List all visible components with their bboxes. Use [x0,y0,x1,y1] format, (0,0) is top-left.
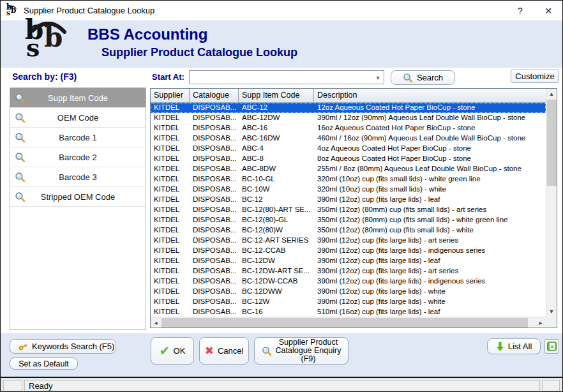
cell-supp-item-code: BC-12(80)W [239,225,314,236]
search-by-option-barcode-2[interactable]: Barcode 2 [10,147,146,167]
title-bar: bbs Supplier Product Catalogue Lookup ? … [1,1,562,20]
column-header-supp-item-code[interactable]: Supp Item Code [239,89,314,102]
cancel-button[interactable]: ✖ Cancel [199,337,249,365]
vertical-scroll-thumb[interactable] [547,100,557,186]
dialog-window: bbs Supplier Product Catalogue Lookup ? … [0,0,563,392]
table-row[interactable]: KITDEL DISPOSAB... BC-10-GL 320ml (10oz)… [151,174,546,185]
search-by-option-supp-item-code[interactable]: Supp Item Code [10,88,146,108]
check-icon: ✔ [160,345,170,357]
cell-supplier: KITDEL [151,287,190,297]
column-header-description[interactable]: Description [314,89,546,102]
ok-button[interactable]: ✔ OK [151,337,194,365]
help-button[interactable]: ? [506,1,534,20]
search-by-option-label: OEM Code [10,113,146,123]
scroll-up-icon[interactable]: ▲ [546,89,557,99]
magnifier-icon [15,172,26,183]
search-by-option-stripped-oem-code[interactable]: Stripped OEM Code [10,187,146,207]
bbs-logo: bbs [24,22,87,66]
table-row[interactable]: KITDEL DISPOSAB... ABC-4 4oz Aqueous Coa… [151,144,546,154]
cell-supplier: KITDEL [151,195,190,205]
search-by-option-barcode-1[interactable]: Barcode 1 [10,128,146,147]
supplier-product-catalogue-enquiry-button[interactable]: Supplier Product Catalogue Enquiry (F9) [254,337,349,365]
cell-catalogue: DISPOSAB... [190,103,239,113]
status-bar: Ready [1,377,562,391]
cell-catalogue: DISPOSAB... [190,164,239,174]
cell-catalogue: DISPOSAB... [190,123,239,133]
close-button[interactable]: ✕ [534,1,562,20]
chevron-down-icon[interactable]: ▾ [372,71,384,84]
table-row[interactable]: KITDEL DISPOSAB... BC-12DW 390ml (12oz) … [151,256,546,266]
cell-catalogue: DISPOSAB... [190,205,239,215]
cell-supp-item-code: BC-10-GL [239,174,314,185]
table-row[interactable]: KITDEL DISPOSAB... BC-12DWW 390ml (12oz)… [151,287,546,297]
cell-catalogue: DISPOSAB... [190,154,239,164]
table-row[interactable]: KITDEL DISPOSAB... ABC-8DW 255ml / 8oz (… [151,164,546,174]
table-row[interactable]: KITDEL DISPOSAB... BC-12(80)W 350ml (12o… [151,225,546,236]
column-header-supplier[interactable]: Supplier [151,89,190,102]
cell-supplier: KITDEL [151,133,190,144]
cell-supplier: KITDEL [151,144,190,154]
cell-catalogue: DISPOSAB... [190,236,239,246]
table-row[interactable]: KITDEL DISPOSAB... BC-12DW-ART SE... 390… [151,266,546,276]
customize-button[interactable]: Customize [511,70,559,83]
cell-supp-item-code: BC-12DW-ART SE... [239,266,314,276]
keywords-search-button[interactable]: Keywords Search (F5) [10,339,116,354]
table-row[interactable]: KITDEL DISPOSAB... ABC-8 8oz Aqueous Coa… [151,154,546,164]
cell-description: 350ml (12oz) (80mm) cup (fits small lids… [314,205,546,215]
search-by-option-barcode-3[interactable]: Barcode 3 [10,167,146,187]
cell-description: 4oz Aqueous Coated Hot Paper BioCup - st… [314,144,546,154]
table-row[interactable]: KITDEL DISPOSAB... BC-12W 390ml (12oz) c… [151,297,546,307]
scroll-right-icon[interactable]: ▸ [536,317,546,328]
table-row[interactable]: KITDEL DISPOSAB... BC-16 510ml (16oz) cu… [151,307,546,317]
column-header-catalogue[interactable]: Catalogue [190,89,239,102]
cell-supp-item-code: ABC-4 [239,144,314,154]
table-row[interactable]: KITDEL DISPOSAB... ABC-16DW 460ml / 16oz… [151,133,546,144]
excel-export-button[interactable]: x [544,339,559,354]
cell-supplier: KITDEL [151,246,190,256]
search-by-option-label: Supp Item Code [10,93,146,103]
table-row[interactable]: KITDEL DISPOSAB... BC-12-CCAB 390ml (12o… [151,246,546,256]
table-row[interactable]: KITDEL DISPOSAB... BC-12(80)-ART SE... 3… [151,205,546,215]
cell-description: 460ml / 16oz (90mm) Aqueous Leaf Double … [314,133,546,144]
cell-description: 350ml (12oz) (80mm) cup (fits small lids… [314,225,546,236]
vertical-scrollbar[interactable]: ▲ ▼ [546,89,557,317]
cell-supplier: KITDEL [151,215,190,225]
cell-supp-item-code: ABC-8 [239,154,314,164]
table-row[interactable]: KITDEL DISPOSAB... ABC-16 16oz Aqueous C… [151,123,546,133]
cell-description: 16oz Aqueous Coated Hot Paper BioCup - s… [314,123,546,133]
start-at-combobox[interactable]: ▾ [189,70,384,84]
scroll-left-icon[interactable]: ◂ [151,317,161,328]
search-by-panel: Supp Item Code OEM Code Barcode 1 Barcod… [10,87,146,330]
cell-catalogue: DISPOSAB... [190,225,239,236]
table-row[interactable]: KITDEL DISPOSAB... ABC-12 12oz Aqueous C… [151,103,546,113]
scroll-down-icon[interactable]: ▼ [546,306,557,317]
cell-supp-item-code: ABC-8DW [239,164,314,174]
cell-supp-item-code: BC-12DWW [239,287,314,297]
cell-supplier: KITDEL [151,164,190,174]
table-row[interactable]: KITDEL DISPOSAB... BC-12-ART SERIES 390m… [151,236,546,246]
cell-supp-item-code: ABC-12 [239,103,314,113]
search-button[interactable]: Search [391,70,455,85]
cell-supplier: KITDEL [151,123,190,133]
set-as-default-button[interactable]: Set as Default [10,358,78,370]
table-row[interactable]: KITDEL DISPOSAB... BC-10W 320ml (10oz) c… [151,185,546,195]
table-row[interactable]: KITDEL DISPOSAB... BC-12 390ml (12oz) cu… [151,195,546,205]
cancel-button-label: Cancel [218,346,243,356]
cell-catalogue: DISPOSAB... [190,144,239,154]
horizontal-scrollbar[interactable]: ◂ ▸ [151,317,546,328]
cell-catalogue: DISPOSAB... [190,195,239,205]
list-all-label: List All [508,342,532,351]
cell-description: 12oz Aqueous Coated Hot Paper BioCup - s… [314,103,546,113]
search-by-option-oem-code[interactable]: OEM Code [10,108,146,128]
app-name: BBS Accounting [87,26,207,43]
table-row[interactable]: KITDEL DISPOSAB... BC-12DW-CCAB 390ml (1… [151,276,546,287]
table-row[interactable]: KITDEL DISPOSAB... ABC-12DW 390ml / 12oz… [151,113,546,123]
start-at-input[interactable] [190,71,372,84]
cell-supp-item-code: ABC-12DW [239,113,314,123]
cell-supplier: KITDEL [151,103,190,113]
table-row[interactable]: KITDEL DISPOSAB... BC-12(80)-GL 350ml (1… [151,215,546,225]
horizontal-scroll-thumb[interactable] [161,318,528,328]
list-all-button[interactable]: List All [487,338,541,354]
magnifier-icon [15,112,26,123]
cell-supplier: KITDEL [151,185,190,195]
